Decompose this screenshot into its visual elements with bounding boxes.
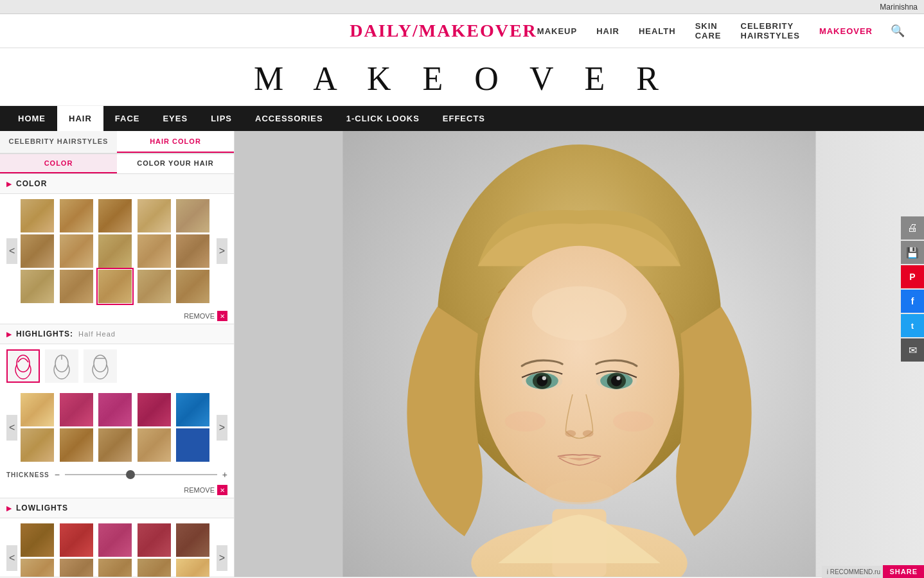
- nav-makeover[interactable]: MAKEOVER: [819, 26, 873, 36]
- color-swatch-6[interactable]: [21, 234, 54, 268]
- highlights-section-label: HIGHLIGHTS:: [16, 329, 73, 338]
- highlight-swatch-8[interactable]: [98, 428, 132, 462]
- color-swatch-3[interactable]: [98, 199, 132, 232]
- pinterest-button[interactable]: P: [901, 265, 924, 288]
- sub-nav-face[interactable]: FACE: [103, 106, 152, 131]
- highlight-swatch-2[interactable]: [60, 393, 93, 426]
- highlight-swatch-1[interactable]: [21, 393, 54, 426]
- logo-text: DAILY/MAKEOVER: [350, 21, 537, 40]
- color-swatch-1[interactable]: [21, 199, 54, 232]
- lowlight-swatch-2[interactable]: [60, 523, 93, 557]
- style-icons-row: [0, 344, 234, 388]
- color-swatch-4[interactable]: [138, 199, 171, 232]
- facebook-button[interactable]: f: [901, 290, 924, 313]
- site-header: DAILY/MAKEOVER MAKEUP HAIR HEALTH SKIN C…: [0, 14, 924, 48]
- color-swatch-13[interactable]: [98, 270, 132, 303]
- share-label: SHARE: [889, 568, 918, 575]
- highlights-slider-track[interactable]: [65, 474, 217, 475]
- print-button[interactable]: 🖨: [901, 216, 924, 240]
- color-remove-button[interactable]: ✕: [217, 311, 227, 321]
- highlights-slider-minus[interactable]: −: [55, 469, 60, 480]
- highlights-remove-button[interactable]: ✕: [217, 485, 227, 495]
- svg-point-20: [565, 430, 576, 437]
- highlights-arrow-icon: ▶: [6, 331, 12, 338]
- color-grid-next[interactable]: >: [217, 238, 227, 264]
- lowlights-arrow-icon: ▶: [6, 505, 12, 512]
- highlights-grid-prev[interactable]: <: [6, 415, 17, 441]
- recommend-bar: i RECOMMEND.ru: [822, 566, 885, 578]
- lowlight-swatch-8[interactable]: [98, 559, 132, 577]
- highlights-slider-thumb[interactable]: [126, 470, 135, 479]
- highlight-swatch-10[interactable]: [176, 428, 209, 462]
- page-title: M A K E O V E R: [0, 60, 924, 98]
- action-tab-color[interactable]: COLOR: [0, 154, 117, 173]
- nav-makeup[interactable]: MAKEUP: [537, 26, 577, 36]
- color-section-header[interactable]: ▶ COLOR: [0, 174, 234, 194]
- lowlight-swatch-1[interactable]: [21, 523, 54, 557]
- highlight-swatch-7[interactable]: [60, 428, 93, 462]
- lowlight-swatch-6[interactable]: [21, 559, 54, 577]
- color-grid-prev[interactable]: <: [6, 238, 17, 264]
- sub-nav-1click[interactable]: 1-CLICK LOOKS: [335, 106, 431, 131]
- sub-nav-lips[interactable]: LIPS: [199, 106, 244, 131]
- color-section-label: COLOR: [16, 179, 47, 188]
- color-swatch-12[interactable]: [60, 270, 93, 303]
- tab-celebrity-hairstyles[interactable]: CELEBRITY HAIRSTYLES: [0, 131, 117, 153]
- action-tab-color-your-hair[interactable]: COLOR YOUR HAIR: [117, 154, 234, 173]
- preview-area: [235, 131, 924, 577]
- color-swatch-11[interactable]: [21, 270, 54, 303]
- style-icon-2[interactable]: [45, 349, 78, 383]
- color-swatch-15[interactable]: [176, 270, 209, 303]
- nav-skincare[interactable]: SKIN CARE: [695, 21, 722, 40]
- style-icon-1[interactable]: [6, 349, 40, 383]
- svg-point-21: [583, 430, 594, 437]
- save-button[interactable]: 💾: [901, 241, 924, 264]
- color-swatch-5[interactable]: [176, 199, 209, 232]
- color-remove-label: REMOVE: [184, 312, 215, 320]
- lowlight-swatch-3[interactable]: [98, 523, 132, 557]
- color-remove-row: REMOVE ✕: [0, 308, 234, 324]
- sub-nav-home[interactable]: HOME: [6, 106, 57, 131]
- style-icon-3[interactable]: [84, 349, 117, 383]
- svg-point-8: [479, 246, 679, 503]
- highlight-swatch-6[interactable]: [21, 428, 54, 462]
- search-icon[interactable]: 🔍: [891, 24, 905, 38]
- color-swatch-10[interactable]: [176, 234, 209, 268]
- tab-hair-color[interactable]: HAIR COLOR: [117, 131, 234, 153]
- nav-health[interactable]: HEALTH: [639, 26, 676, 36]
- highlight-swatch-3[interactable]: [98, 393, 132, 426]
- highlight-swatch-4[interactable]: [138, 393, 171, 426]
- lowlights-section-header[interactable]: ▶ LOWLIGHTS: [0, 498, 234, 518]
- twitter-button[interactable]: t: [901, 314, 924, 337]
- highlight-swatch-9[interactable]: [138, 428, 171, 462]
- highlights-section-header[interactable]: ▶ HIGHLIGHTS: Half Head: [0, 324, 234, 344]
- email-button[interactable]: ✉: [901, 338, 924, 362]
- highlights-grid-next[interactable]: >: [217, 415, 227, 441]
- site-logo[interactable]: DAILY/MAKEOVER: [350, 21, 537, 41]
- lowlight-swatch-9[interactable]: [138, 559, 171, 577]
- sub-nav-accessories[interactable]: ACCESSORIES: [244, 106, 335, 131]
- lowlight-swatch-5[interactable]: [176, 523, 209, 557]
- lowlight-swatch-7[interactable]: [60, 559, 93, 577]
- sidebar: CELEBRITY HAIRSTYLES HAIR COLOR COLOR CO…: [0, 131, 235, 577]
- sub-nav-effects[interactable]: EFFECTS: [431, 106, 497, 131]
- lowlights-grid-prev[interactable]: <: [6, 545, 17, 571]
- sub-nav-hair[interactable]: HAIR: [57, 106, 103, 131]
- color-swatch-7[interactable]: [60, 234, 93, 268]
- svg-point-23: [613, 411, 653, 432]
- highlight-swatch-5[interactable]: [176, 393, 209, 426]
- sub-nav-eyes[interactable]: EYES: [151, 106, 199, 131]
- svg-point-24: [546, 480, 613, 505]
- nav-celebrity[interactable]: CELEBRITY HAIRSTYLES: [741, 21, 800, 40]
- share-bar[interactable]: SHARE: [883, 565, 924, 578]
- color-swatch-2[interactable]: [60, 199, 93, 232]
- highlights-slider-plus[interactable]: +: [222, 469, 227, 480]
- lowlights-grid-next[interactable]: >: [217, 545, 227, 571]
- nav-hair[interactable]: HAIR: [596, 26, 619, 36]
- color-swatch-9[interactable]: [138, 234, 171, 268]
- lowlight-swatch-10[interactable]: [176, 559, 209, 577]
- color-swatch-14[interactable]: [138, 270, 171, 303]
- lowlight-swatch-4[interactable]: [138, 523, 171, 557]
- color-swatch-8[interactable]: [98, 234, 132, 268]
- browser-user: Marinishna: [880, 3, 918, 12]
